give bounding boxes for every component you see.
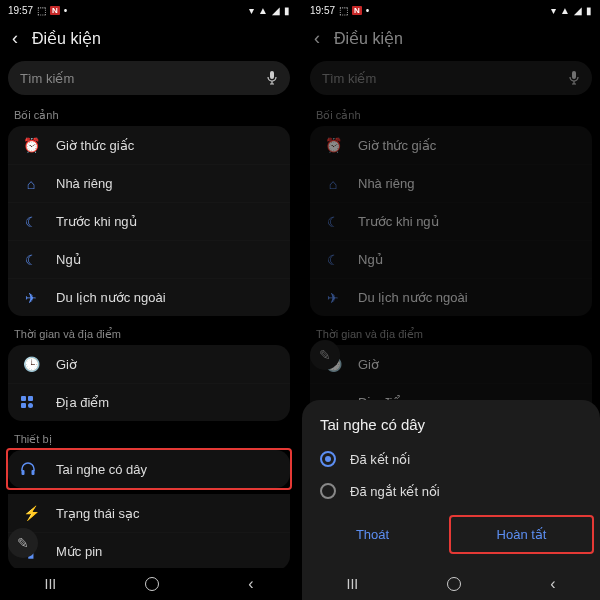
item-label: Giờ — [358, 357, 379, 372]
mic-icon — [568, 70, 580, 86]
item-label: Giờ — [56, 357, 77, 372]
notif-badge-icon: N — [352, 6, 362, 15]
item-charging[interactable]: ⚡ Trạng thái sạc — [8, 494, 290, 532]
moon-icon: ☾ — [20, 252, 42, 268]
status-dots-icon: • — [64, 5, 68, 16]
status-bar: 19:57 ⬚ N • ▾ ▲ ◢ ▮ — [0, 0, 298, 20]
screen-right: 19:57 ⬚ N • ▾ ▲ ◢ ▮ ‹ Điều kiện Tìm kiếm… — [302, 0, 600, 600]
status-icon: ⬚ — [339, 5, 348, 16]
nav-recents[interactable]: III — [347, 576, 359, 592]
item-label: Du lịch nước ngoài — [56, 290, 166, 305]
group-device-rest: ⚡ Trạng thái sạc ▮ Mức pin — [8, 494, 290, 568]
wifi-icon: ▲ — [560, 5, 570, 16]
back-icon[interactable]: ‹ — [12, 28, 18, 49]
notif-badge-icon: N — [50, 6, 60, 15]
item-before-sleep[interactable]: ☾ Trước khi ngủ — [8, 202, 290, 240]
nav-home[interactable] — [447, 577, 461, 591]
search-input[interactable]: Tìm kiếm — [8, 61, 290, 95]
item-label: Nhà riêng — [358, 176, 414, 191]
item-label: Địa điểm — [56, 395, 109, 410]
item-home[interactable]: ⌂ Nhà riêng — [8, 164, 290, 202]
section-timeplace: Thời gian và địa điểm — [0, 322, 298, 345]
radio-connected[interactable]: Đã kết nối — [302, 443, 600, 475]
signal-icon: ◢ — [574, 5, 582, 16]
radio-icon-checked — [320, 451, 336, 467]
item-label: Giờ thức giấc — [358, 138, 436, 153]
item-label: Nhà riêng — [56, 176, 112, 191]
place-icon — [20, 395, 42, 410]
edit-fab: ✎ — [310, 340, 340, 370]
mic-icon[interactable] — [266, 70, 278, 86]
dialog-title: Tai nghe có dây — [302, 414, 600, 443]
clock-icon: 🕒 — [20, 356, 42, 372]
cancel-button[interactable]: Thoát — [302, 517, 443, 554]
app-header: ‹ Điều kiện — [0, 20, 298, 59]
group-context: ⏰ Giờ thức giấc ⌂ Nhà riêng ☾ Trước khi … — [8, 126, 290, 316]
item-label: Du lịch nước ngoài — [358, 290, 468, 305]
group-timeplace: 🕒 Giờ Địa điểm — [8, 345, 290, 421]
item-travel[interactable]: ✈ Du lịch nước ngoài — [8, 278, 290, 316]
svg-rect-6 — [32, 470, 35, 475]
search-placeholder: Tìm kiếm — [20, 71, 74, 86]
status-time: 19:57 — [310, 5, 335, 16]
svg-rect-5 — [22, 470, 25, 475]
dialog-actions: Thoát Hoàn tất — [302, 517, 600, 554]
item-headphone[interactable]: Tai nghe có dây — [8, 450, 290, 488]
bolt-icon: ⚡ — [20, 505, 42, 521]
nav-bar: III ‹ — [0, 568, 298, 600]
item-label: Giờ thức giấc — [56, 138, 134, 153]
radio-label: Đã kết nối — [350, 452, 410, 467]
item-label: Ngủ — [56, 252, 81, 267]
svg-rect-1 — [21, 396, 26, 401]
item-label: Trước khi ngủ — [358, 214, 439, 229]
page-title: Điều kiện — [32, 29, 101, 48]
item-sleep[interactable]: ☾ Ngủ — [8, 240, 290, 278]
item-label: Ngủ — [358, 252, 383, 267]
edit-fab[interactable]: ✎ — [8, 528, 38, 558]
section-context: Bối cảnh — [0, 103, 298, 126]
home-icon: ⌂ — [20, 176, 42, 192]
nav-bar: III ‹ — [302, 568, 600, 600]
highlight-headphone: Tai nghe có dây — [6, 448, 292, 490]
battery-icon: ▮ — [284, 5, 290, 16]
item-label: Tai nghe có dây — [56, 462, 147, 477]
nav-back[interactable]: ‹ — [550, 575, 555, 593]
svg-rect-2 — [28, 396, 33, 401]
radio-disconnected[interactable]: Đã ngắt kết nối — [302, 475, 600, 507]
volte-icon: ▾ — [551, 5, 556, 16]
status-icon: ⬚ — [37, 5, 46, 16]
item-label: Trước khi ngủ — [56, 214, 137, 229]
nav-recents[interactable]: III — [45, 576, 57, 592]
nav-home[interactable] — [145, 577, 159, 591]
svg-rect-0 — [270, 71, 274, 79]
item-battery[interactable]: ▮ Mức pin — [8, 532, 290, 568]
status-time: 19:57 — [8, 5, 33, 16]
headphone-icon — [20, 461, 42, 477]
svg-rect-7 — [572, 71, 576, 79]
page-title: Điều kiện — [334, 29, 403, 48]
plane-icon: ✈ — [322, 290, 344, 306]
item-place[interactable]: Địa điểm — [8, 383, 290, 421]
alarm-icon: ⏰ — [20, 137, 42, 153]
home-icon: ⌂ — [322, 176, 344, 192]
wifi-icon: ▲ — [258, 5, 268, 16]
item-time[interactable]: 🕒 Giờ — [8, 345, 290, 383]
volte-icon: ▾ — [249, 5, 254, 16]
section-timeplace: Thời gian và địa điểm — [302, 322, 600, 345]
plane-icon: ✈ — [20, 290, 42, 306]
item-wake[interactable]: ⏰ Giờ thức giấc — [8, 126, 290, 164]
screen-left: 19:57 ⬚ N • ▾ ▲ ◢ ▮ ‹ Điều kiện Tìm kiếm… — [0, 0, 298, 600]
radio-label: Đã ngắt kết nối — [350, 484, 440, 499]
done-button[interactable]: Hoàn tất — [449, 515, 594, 554]
moon-icon: ☾ — [322, 214, 344, 230]
nav-back[interactable]: ‹ — [248, 575, 253, 593]
status-bar: 19:57 ⬚ N • ▾ ▲ ◢ ▮ — [302, 0, 600, 20]
section-context: Bối cảnh — [302, 103, 600, 126]
back-icon: ‹ — [314, 28, 320, 49]
moon-icon: ☾ — [20, 214, 42, 230]
moon-icon: ☾ — [322, 252, 344, 268]
svg-point-4 — [28, 403, 33, 408]
section-device: Thiết bị — [0, 427, 298, 450]
search-input: Tìm kiếm — [310, 61, 592, 95]
radio-icon-unchecked — [320, 483, 336, 499]
